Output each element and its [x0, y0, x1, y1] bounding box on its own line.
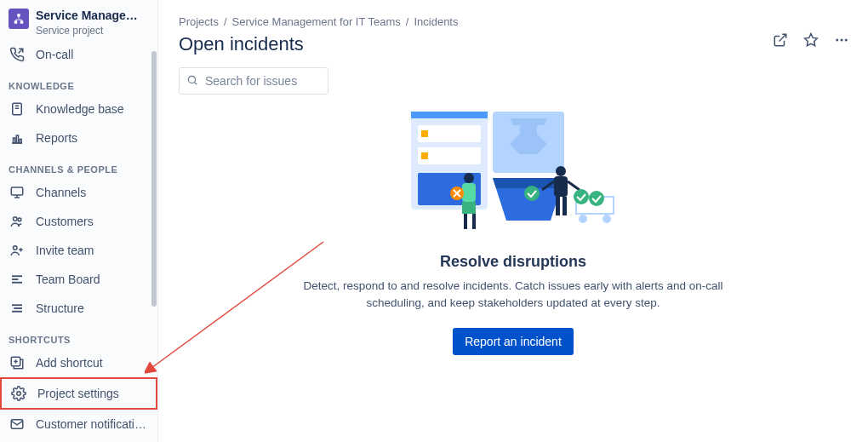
page-actions — [771, 31, 851, 49]
svg-point-34 — [188, 76, 195, 83]
sidebar-item-label: Channels — [36, 186, 86, 199]
sidebar-item-label: Customer notification … — [36, 417, 149, 431]
svg-point-14 — [18, 218, 21, 221]
svg-point-15 — [14, 246, 18, 250]
svg-rect-55 — [562, 197, 567, 215]
sidebar-scrollbar[interactable] — [151, 0, 157, 442]
main-content: Projects / Service Management for IT Tea… — [158, 0, 868, 442]
scrollbar-thumb[interactable] — [151, 51, 157, 307]
breadcrumb: Projects / Service Management for IT Tea… — [179, 15, 848, 28]
project-header[interactable]: Service Management fo… Service project — [0, 0, 157, 40]
sidebar-item-add-shortcut[interactable]: Add shortcut — [0, 348, 157, 377]
section-heading-shortcuts: SHORTCUTS — [0, 323, 157, 348]
svg-rect-2 — [20, 20, 24, 24]
user-plus-icon — [9, 242, 26, 259]
svg-point-13 — [14, 217, 18, 221]
more-icon[interactable] — [832, 31, 851, 49]
page-title: Open incidents — [179, 33, 848, 55]
svg-rect-54 — [556, 197, 560, 215]
structure-icon — [9, 300, 26, 317]
sidebar-item-customers[interactable]: Customers — [0, 207, 157, 236]
svg-line-35 — [194, 82, 197, 84]
svg-rect-8 — [16, 135, 18, 143]
star-icon[interactable] — [802, 31, 820, 49]
svg-rect-48 — [472, 214, 476, 229]
board-icon — [9, 271, 26, 288]
svg-point-59 — [579, 215, 587, 223]
svg-rect-10 — [11, 187, 23, 195]
sidebar-item-reports[interactable]: Reports — [0, 123, 157, 152]
svg-point-44 — [464, 173, 474, 183]
breadcrumb-separator: / — [406, 15, 409, 28]
svg-rect-46 — [462, 202, 476, 214]
svg-rect-39 — [421, 130, 428, 137]
svg-rect-7 — [14, 138, 15, 143]
empty-state-title: Resolve disruptions — [292, 253, 734, 271]
svg-rect-41 — [421, 152, 428, 159]
empty-state-description: Detect, respond to and resolve incidents… — [292, 278, 734, 313]
add-shortcut-icon — [9, 354, 26, 371]
breadcrumb-separator: / — [224, 15, 227, 28]
project-subtitle: Service project — [36, 25, 146, 37]
sidebar-item-label: On-call — [36, 48, 73, 61]
breadcrumb-projects[interactable]: Projects — [179, 15, 219, 28]
phone-icon — [9, 46, 26, 63]
sidebar-item-knowledge-base[interactable]: Knowledge base — [0, 95, 157, 123]
svg-rect-47 — [464, 214, 467, 229]
svg-point-32 — [841, 39, 843, 42]
empty-state-illustration — [408, 112, 619, 239]
svg-rect-1 — [14, 20, 18, 24]
book-icon — [9, 100, 26, 118]
sidebar-item-label: Invite team — [36, 244, 94, 257]
breadcrumb-project-name[interactable]: Service Management for IT Teams — [232, 15, 401, 28]
report-incident-button[interactable]: Report an incident — [453, 328, 574, 355]
search-icon — [186, 74, 198, 89]
sidebar-item-label: Team Board — [36, 273, 100, 286]
svg-marker-30 — [805, 34, 818, 46]
svg-point-62 — [574, 189, 589, 204]
sidebar-item-on-call[interactable]: On-call — [0, 40, 157, 69]
sidebar-item-invite-team[interactable]: Invite team — [0, 236, 157, 265]
svg-point-63 — [589, 191, 604, 206]
svg-rect-53 — [554, 176, 568, 197]
open-external-icon[interactable] — [771, 31, 790, 49]
users-icon — [9, 213, 26, 230]
svg-point-52 — [556, 166, 566, 176]
search-input[interactable] — [205, 74, 321, 88]
svg-point-60 — [602, 215, 611, 223]
gear-icon — [10, 385, 27, 402]
sidebar-item-label: Project settings — [37, 387, 119, 400]
project-title: Service Management fo… — [36, 9, 146, 23]
chart-icon — [9, 129, 26, 146]
sidebar-item-label: Customers — [36, 215, 94, 228]
project-logo-icon — [9, 9, 29, 29]
sidebar-item-label: Structure — [36, 301, 84, 315]
svg-line-57 — [568, 181, 580, 190]
svg-rect-45 — [462, 183, 476, 202]
sidebar-item-label: Reports — [36, 131, 77, 145]
svg-point-31 — [836, 39, 838, 42]
sidebar-item-project-settings[interactable]: Project settings — [0, 377, 157, 410]
svg-point-27 — [17, 392, 21, 396]
breadcrumb-section[interactable]: Incidents — [414, 15, 458, 28]
monitor-icon — [9, 184, 26, 201]
section-heading-knowledge: KNOWLEDGE — [0, 69, 157, 95]
sidebar-item-customer-notifications[interactable]: Customer notification … — [0, 410, 157, 439]
empty-state: Resolve disruptions Detect, respond to a… — [292, 112, 734, 355]
sidebar-item-label: Add shortcut — [36, 356, 103, 370]
sidebar: Service Management fo… Service project O… — [0, 0, 158, 442]
mail-icon — [9, 416, 26, 433]
svg-point-33 — [845, 39, 848, 42]
svg-rect-9 — [20, 139, 21, 143]
section-heading-channels: CHANNELS & PEOPLE — [0, 152, 157, 178]
svg-line-29 — [779, 34, 786, 41]
sidebar-item-team-board[interactable]: Team Board — [0, 265, 157, 294]
sidebar-item-label: Knowledge base — [36, 102, 124, 116]
svg-point-61 — [524, 186, 540, 201]
sidebar-item-give-feedback[interactable]: Give feedback — [0, 439, 157, 442]
sidebar-item-structure[interactable]: Structure — [0, 294, 157, 323]
svg-rect-37 — [411, 112, 488, 118]
svg-rect-0 — [17, 14, 20, 17]
sidebar-item-channels[interactable]: Channels — [0, 178, 157, 207]
search-box[interactable] — [179, 67, 328, 95]
